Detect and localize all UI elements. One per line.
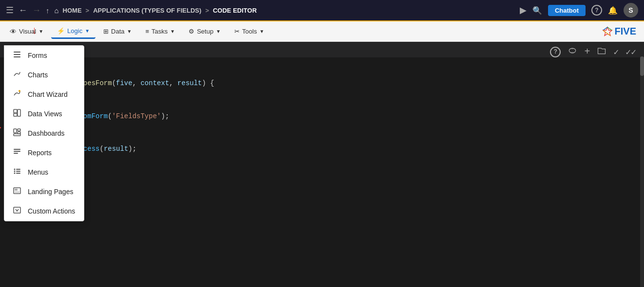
breadcrumb-app[interactable]: APPLICATIONS (TYPES OF FIELDS) [93,7,201,14]
svg-rect-21 [15,189,18,191]
code-line-2: layCustomForm('FieldsType'); [14,100,634,132]
avatar[interactable]: S [624,3,638,18]
data-label: Data [111,28,124,35]
code-line-1: nFieldsTypesForm(five, context, result) … [14,67,634,100]
dropdown-item-charts[interactable]: Charts [4,65,84,85]
visual-dropdown: → Forms Charts [4,45,84,221]
code-paren2: ) { [202,79,214,87]
svg-rect-11 [14,149,20,150]
svg-rect-0 [14,52,20,53]
code-comma2: , [169,79,177,87]
code-comma1: , [133,79,141,87]
play-icon[interactable]: ▶ [520,5,527,16]
main-content: n ✕ ? + ✓ ✓✓ nF [0,42,644,287]
dropdown-item-custom-actions[interactable]: Custom Actions [4,201,84,221]
charts-icon [12,70,22,80]
code-paren6: ); [128,145,136,153]
editor-check-icon[interactable]: ✓ [613,47,619,57]
editor-double-check-icon[interactable]: ✓✓ [625,47,636,57]
svg-rect-19 [16,173,20,174]
code-string-fields: 'FieldsType' [112,112,161,120]
dropdown-item-chart-wizard[interactable]: Chart Wizard [4,85,84,104]
visual-caret: ▼ [38,29,43,34]
menus-label: Menus [28,168,48,176]
dashboards-label: Dashboards [28,129,65,137]
nav-item-tasks[interactable]: ≡ Tasks ▼ [139,25,181,38]
breadcrumb-home[interactable]: HOME [63,7,82,14]
editor-folder-icon[interactable] [597,46,606,58]
visual-label: Visual [19,28,36,35]
code-content: nFieldsTypesForm(five, context, result) … [10,67,634,165]
logic-icon: ⚡ [57,27,65,35]
data-views-label: Data Views [28,110,62,118]
code-paren: ( [112,79,116,87]
nav-item-setup[interactable]: ⚙ Setup ▼ [183,25,227,38]
breadcrumb-sep-1: > [86,7,90,14]
svg-rect-12 [14,151,20,152]
dropdown-item-data-views[interactable]: Data Views [4,104,84,124]
up-arrow-icon[interactable]: ↑ [46,6,50,15]
svg-rect-22 [15,192,19,193]
bell-icon[interactable]: 🔔 [608,6,618,15]
forms-label: Forms [28,52,47,59]
hamburger-icon[interactable]: ☰ [6,5,14,16]
help-icon[interactable]: ? [591,5,602,16]
dropdown-item-forms[interactable]: Forms [4,46,84,65]
editor-add-icon[interactable]: + [584,46,590,57]
svg-rect-13 [14,153,18,154]
editor-brain-icon[interactable] [568,46,577,58]
forms-icon [12,51,22,60]
svg-rect-5 [14,113,17,116]
dropdown-item-reports[interactable]: Reports [4,143,84,162]
code-paren3: ( [108,112,112,120]
custom-actions-label: Custom Actions [28,207,75,215]
editor-tab-bar: n ✕ [0,42,644,57]
search-icon[interactable]: 🔍 [532,6,542,15]
dropdown-item-landing-pages[interactable]: Landing Pages [4,182,84,201]
code-param-five: five [116,79,133,87]
tasks-label: Tasks [152,28,168,35]
five-logo: FIVE [602,26,636,37]
tasks-icon: ≡ [145,28,149,35]
tools-icon: ✂ [234,28,240,35]
code-param-context: context [140,79,169,87]
top-bar-right: ▶ 🔍 Chatbot ? 🔔 S [520,3,638,18]
editor-scrollbar[interactable] [640,56,644,287]
tools-caret: ▼ [259,29,264,34]
svg-rect-10 [18,132,20,134]
breadcrumb-sep-2: > [205,7,209,14]
menus-icon [12,167,22,177]
custom-actions-icon [12,206,22,216]
nav-item-visual[interactable]: 👁 Visual ▼ → Forms [4,25,49,38]
svg-rect-4 [14,109,17,113]
dropdown-item-menus[interactable]: Menus [4,162,84,182]
tools-label: Tools [242,28,257,35]
code-line-3: ive.success(result); [14,132,634,165]
dropdown-item-dashboards[interactable]: Dashboards [4,124,84,143]
landing-pages-icon [12,187,22,197]
forward-arrow-icon[interactable]: → [32,5,41,16]
logic-caret: ▼ [85,28,90,34]
svg-rect-18 [16,171,20,172]
top-bar: ☰ ← → ↑ ⌂ HOME > APPLICATIONS (TYPES OF … [0,0,644,21]
editor-scrollbar-thumb [640,56,644,76]
tasks-caret: ▼ [170,29,175,34]
back-arrow-icon[interactable]: ← [19,5,27,16]
nav-item-data[interactable]: ⊞ Data ▼ [97,25,137,38]
logic-label: Logic [67,27,82,35]
nav-item-tools[interactable]: ✂ Tools ▼ [228,25,270,38]
secondary-nav: ↑ 👁 Visual ▼ → Forms [0,21,644,42]
nav-item-logic[interactable]: ⚡ Logic ▼ [51,24,95,39]
code-editor[interactable]: n ✕ ? + ✓ ✓✓ nF [0,42,644,287]
svg-rect-23 [14,207,20,213]
code-param-result2: result [104,145,128,153]
chatbot-button[interactable]: Chatbot [548,5,586,16]
editor-toolbar: ? + ✓ ✓✓ [550,46,636,58]
home-icon: ⌂ [55,6,59,15]
editor-help-icon[interactable]: ? [550,47,561,57]
svg-rect-7 [14,129,17,133]
code-paren4: ); [161,112,169,120]
svg-rect-6 [18,109,20,116]
svg-rect-2 [14,56,20,57]
code-paren5: ( [99,145,103,153]
